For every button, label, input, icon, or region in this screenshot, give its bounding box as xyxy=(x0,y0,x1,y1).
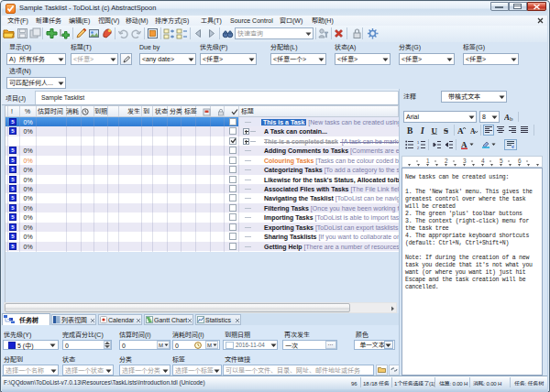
svg-text:6: 6 xyxy=(518,158,522,164)
svg-text:S: S xyxy=(444,126,448,136)
svg-text:A: A xyxy=(461,140,468,149)
svg-text:1: 1 xyxy=(426,158,430,164)
svg-text:B: B xyxy=(407,126,413,135)
svg-text:2: 2 xyxy=(445,158,448,164)
svg-text:A: A xyxy=(457,126,464,135)
svg-text:4: 4 xyxy=(481,158,485,164)
svg-text:U: U xyxy=(432,126,438,136)
svg-text:I: I xyxy=(420,126,424,135)
svg-text:2: 2 xyxy=(417,146,420,149)
svg-text:3: 3 xyxy=(463,158,467,164)
svg-text:1: 1 xyxy=(417,140,420,145)
svg-text:b: b xyxy=(510,115,513,122)
svg-text:5: 5 xyxy=(500,158,503,164)
